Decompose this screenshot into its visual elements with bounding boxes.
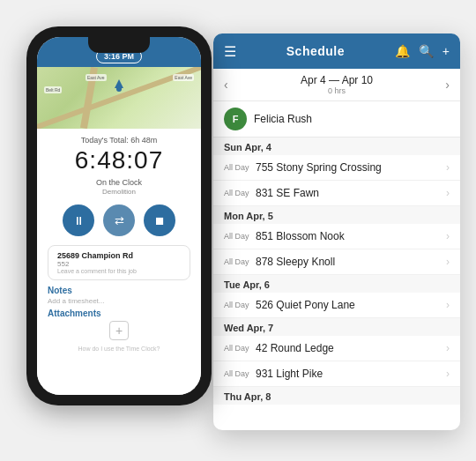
- hamburger-icon[interactable]: ☰: [224, 43, 236, 60]
- job-number: 552: [57, 260, 181, 268]
- item-chevron-icon: ›: [446, 299, 450, 311]
- allday-label: All Day: [224, 369, 256, 378]
- event-title: 851 Blossom Nook: [256, 230, 446, 242]
- item-chevron-icon: ›: [446, 342, 450, 354]
- item-chevron-icon: ›: [446, 161, 450, 174]
- job-card: 25689 Champion Rd 552 Leave a comment fo…: [48, 245, 190, 280]
- week-range: Apr 4 — Apr 10: [301, 74, 373, 86]
- allday-label: All Day: [224, 257, 256, 266]
- add-timesheet[interactable]: Add a timesheet...: [48, 297, 190, 305]
- list-item[interactable]: All Day 526 Quiet Pony Lane ›: [213, 293, 460, 318]
- event-title: 755 Stony Spring Crossing: [256, 161, 446, 174]
- list-item[interactable]: All Day 851 Blossom Nook ›: [213, 224, 460, 249]
- schedule-list: Sun Apr, 4 All Day 755 Stony Spring Cros…: [213, 138, 460, 430]
- day-header-thu: Thu Apr, 8: [213, 387, 460, 405]
- job-comment: Leave a comment for this job: [57, 268, 181, 274]
- add-icon[interactable]: +: [443, 44, 450, 58]
- add-attachment-button[interactable]: +: [109, 321, 129, 340]
- list-item[interactable]: All Day 878 Sleepy Knoll ›: [213, 249, 460, 275]
- allday-label: All Day: [224, 301, 256, 309]
- event-title: 526 Quiet Pony Lane: [256, 299, 446, 311]
- phone-screen: 3:16 PM Belt Rd East Ave East Ave Today'…: [37, 37, 201, 395]
- pause-button[interactable]: ⏸: [63, 204, 94, 236]
- notes-label: Notes: [48, 286, 190, 295]
- day-header-wed: Wed Apr, 7: [213, 318, 460, 336]
- phone-map: Belt Rd East Ave East Ave: [37, 67, 201, 129]
- phone-content: Today's Total: 6h 48m 6:48:07 On the Clo…: [37, 129, 201, 395]
- user-name: Felicia Rush: [254, 113, 312, 125]
- list-item[interactable]: All Day 42 Round Ledge ›: [213, 336, 460, 361]
- item-chevron-icon: ›: [446, 187, 450, 199]
- stop-button[interactable]: ⏹: [144, 204, 175, 236]
- day-section-wed: Wed Apr, 7 All Day 42 Round Ledge › All …: [213, 318, 460, 387]
- item-chevron-icon: ›: [446, 368, 450, 380]
- phone-notch: [88, 37, 150, 53]
- allday-label: All Day: [224, 189, 256, 197]
- user-initial: F: [233, 114, 239, 124]
- search-icon[interactable]: 🔍: [419, 44, 434, 58]
- day-section-sun: Sun Apr, 4 All Day 755 Stony Spring Cros…: [213, 138, 460, 206]
- week-hours: 0 hrs: [301, 86, 373, 95]
- day-header-tue: Tue Apr, 6: [213, 275, 460, 293]
- schedule-header: ☰ Schedule 🔔 🔍 +: [213, 33, 460, 69]
- on-clock-label: On the Clock: [96, 178, 142, 187]
- event-title: 831 SE Fawn: [256, 187, 446, 199]
- map-pin: [115, 79, 123, 88]
- list-item[interactable]: All Day 755 Stony Spring Crossing ›: [213, 155, 460, 181]
- attachments-label: Attachments: [48, 309, 190, 318]
- next-week-button[interactable]: ›: [445, 78, 450, 92]
- allday-label: All Day: [224, 163, 256, 172]
- job-address: 25689 Champion Rd: [57, 251, 181, 260]
- user-avatar: F: [224, 108, 247, 130]
- map-label-east2: East Ave: [173, 74, 194, 81]
- week-navigation: ‹ Apr 4 — Apr 10 0 hrs ›: [213, 69, 460, 101]
- week-info: Apr 4 — Apr 10 0 hrs: [301, 74, 373, 95]
- clock-display: 6:48:07: [75, 146, 163, 175]
- list-item[interactable]: All Day 931 Light Pike ›: [213, 361, 460, 387]
- day-section-mon: Mon Apr, 5 All Day 851 Blossom Nook › Al…: [213, 206, 460, 275]
- allday-label: All Day: [224, 232, 256, 241]
- item-chevron-icon: ›: [446, 230, 450, 242]
- job-type: Demolition: [102, 188, 136, 196]
- help-text[interactable]: How do I use the Time Clock?: [78, 346, 160, 352]
- allday-label: All Day: [224, 344, 256, 353]
- map-label-belt: Belt Rd: [44, 86, 62, 93]
- day-header-mon: Mon Apr, 5: [213, 206, 460, 224]
- day-header-sun: Sun Apr, 4: [213, 138, 460, 155]
- schedule-panel: ☰ Schedule 🔔 🔍 + ‹ Apr 4 — Apr 10 0 hrs …: [213, 33, 460, 430]
- schedule-title: Schedule: [286, 44, 345, 58]
- day-section-tue: Tue Apr, 6 All Day 526 Quiet Pony Lane ›: [213, 275, 460, 318]
- prev-week-button[interactable]: ‹: [224, 78, 228, 92]
- phone-device: 3:16 PM Belt Rd East Ave East Ave Today'…: [26, 26, 212, 405]
- list-item[interactable]: All Day 831 SE Fawn ›: [213, 181, 460, 206]
- header-icons: 🔔 🔍 +: [395, 44, 450, 58]
- bell-icon[interactable]: 🔔: [395, 44, 410, 58]
- item-chevron-icon: ›: [446, 256, 450, 268]
- event-title: 931 Light Pike: [256, 368, 446, 380]
- switch-button[interactable]: ⇄: [103, 204, 135, 236]
- map-pin-base: [116, 88, 122, 92]
- user-row: F Felicia Rush: [213, 101, 460, 138]
- phone-body: 3:16 PM Belt Rd East Ave East Ave Today'…: [26, 26, 212, 405]
- map-label-east: East Ave: [86, 74, 107, 81]
- clock-controls: ⏸ ⇄ ⏹: [63, 204, 175, 236]
- event-title: 878 Sleepy Knoll: [256, 256, 446, 268]
- today-total: Today's Total: 6h 48m: [81, 136, 158, 145]
- day-section-thu: Thu Apr, 8: [213, 387, 460, 405]
- event-title: 42 Round Ledge: [256, 342, 446, 354]
